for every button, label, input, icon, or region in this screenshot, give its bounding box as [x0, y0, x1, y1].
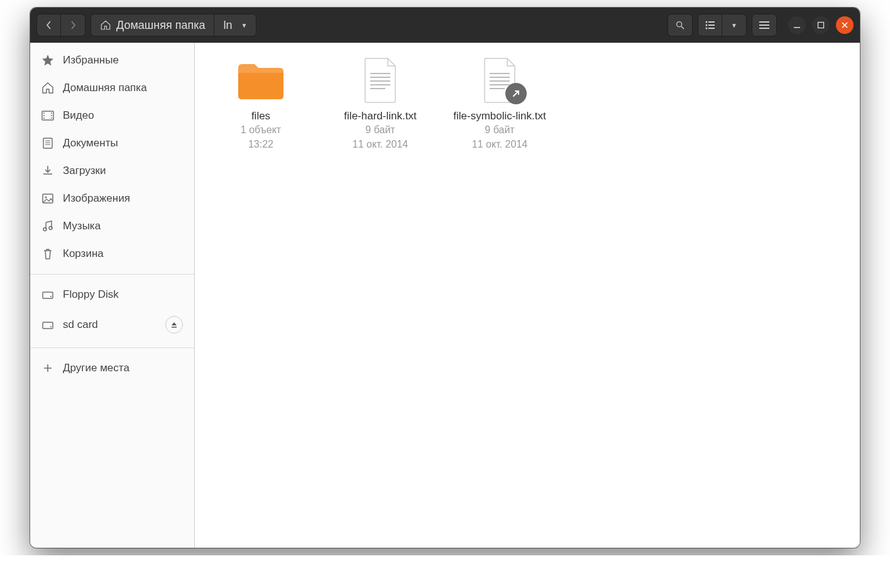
svg-rect-11	[794, 27, 800, 28]
menu-group	[752, 14, 777, 36]
file-name: file-hard-link.txt	[344, 109, 416, 122]
sidebar-item-label: Корзина	[63, 248, 104, 260]
sidebar: ИзбранныеДомашняя папкаВидеоДокументыЗаг…	[30, 43, 195, 548]
window-controls	[788, 16, 854, 34]
search-button[interactable]	[668, 14, 692, 36]
folder-icon	[233, 55, 289, 106]
search-group	[668, 14, 693, 36]
sidebar-item-sdcard[interactable]: sd card	[30, 308, 194, 341]
home-icon	[41, 82, 54, 94]
svg-rect-7	[708, 28, 715, 29]
svg-rect-10	[759, 28, 769, 29]
svg-rect-8	[759, 21, 769, 23]
sidebar-item-label: Видео	[63, 109, 94, 122]
file-meta: 11 окт. 2014	[472, 138, 527, 151]
file-item[interactable]: file-hard-link.txt9 байт11 окт. 2014	[333, 55, 427, 151]
sidebar-divider	[30, 274, 194, 275]
sidebar-item-other-places[interactable]: Другие места	[30, 354, 194, 382]
list-view-button[interactable]	[698, 14, 722, 36]
view-dropdown-button[interactable]: ▼	[722, 14, 746, 36]
svg-rect-9	[759, 24, 769, 26]
file-name: file-symbolic-link.txt	[453, 109, 546, 122]
music-icon	[41, 220, 54, 232]
svg-point-2	[705, 21, 707, 23]
minimize-button[interactable]	[788, 16, 806, 34]
home-icon	[100, 19, 111, 31]
sidebar-item-label: Floppy Disk	[63, 288, 119, 301]
text-file-icon	[352, 55, 409, 106]
eject-button[interactable]	[165, 316, 183, 334]
pathbar: Домашняя папка ln ▼	[91, 14, 256, 36]
path-home-label: Домашняя папка	[116, 19, 205, 32]
file-name: files	[251, 109, 270, 122]
sidebar-item-documents[interactable]: Документы	[30, 129, 194, 157]
sidebar-item-label: Изображения	[63, 192, 130, 205]
svg-point-4	[705, 24, 707, 26]
sidebar-item-videos[interactable]: Видео	[30, 102, 194, 129]
star-icon	[41, 54, 54, 67]
file-item[interactable]: files1 объект13:22	[214, 55, 308, 151]
file-meta: 13:22	[248, 138, 273, 151]
hamburger-menu-button[interactable]	[752, 14, 776, 36]
sidebar-item-label: Документы	[63, 137, 118, 150]
path-segment-current[interactable]: ln ▼	[214, 14, 256, 36]
symlink-badge-icon	[505, 83, 527, 104]
drive-icon	[41, 288, 54, 301]
file-meta: 1 объект	[241, 124, 281, 137]
download-icon	[41, 165, 54, 177]
file-content-area[interactable]: files1 объект13:22file-hard-link.txt9 ба…	[195, 43, 860, 548]
sidebar-item-label: sd card	[63, 318, 98, 331]
path-segment-home[interactable]: Домашняя папка	[91, 14, 214, 36]
svg-rect-3	[708, 21, 715, 23]
file-meta: 11 окт. 2014	[353, 138, 408, 151]
drive-icon	[41, 318, 54, 331]
sidebar-item-label: Избранные	[63, 54, 119, 67]
headerbar: Домашняя папка ln ▼ ▼	[30, 8, 860, 43]
video-icon	[41, 109, 54, 122]
svg-rect-12	[818, 23, 824, 28]
view-options-group: ▼	[698, 14, 747, 36]
svg-point-6	[705, 28, 707, 30]
maximize-button[interactable]	[812, 16, 830, 34]
window-body: ИзбранныеДомашняя папкаВидеоДокументыЗаг…	[30, 43, 860, 548]
file-meta: 9 байт	[365, 124, 395, 137]
path-current-label: ln	[223, 19, 232, 32]
picture-icon	[41, 192, 54, 205]
nav-buttons	[36, 14, 85, 36]
sidebar-item-trash[interactable]: Корзина	[30, 240, 194, 268]
file-manager-window: Домашняя папка ln ▼ ▼	[30, 8, 860, 548]
sidebar-item-pictures[interactable]: Изображения	[30, 185, 194, 212]
back-button[interactable]	[37, 14, 61, 36]
chevron-down-icon: ▼	[241, 22, 247, 29]
plus-icon	[41, 362, 54, 374]
sidebar-item-music[interactable]: Музыка	[30, 212, 194, 240]
sidebar-item-label: Домашняя папка	[63, 82, 147, 94]
sidebar-item-label: Музыка	[63, 220, 101, 232]
svg-line-1	[681, 26, 684, 29]
file-meta: 9 байт	[485, 124, 514, 137]
forward-button[interactable]	[61, 14, 85, 36]
sidebar-divider	[30, 347, 194, 348]
sidebar-item-label: Другие места	[63, 362, 129, 374]
close-button[interactable]	[836, 16, 854, 34]
text-file-icon	[471, 55, 528, 106]
trash-icon	[41, 248, 54, 260]
sidebar-item-starred[interactable]: Избранные	[30, 46, 194, 74]
file-item[interactable]: file-symbolic-link.txt9 байт11 окт. 2014	[453, 55, 547, 151]
sidebar-item-floppy[interactable]: Floppy Disk	[30, 281, 194, 308]
chevron-down-icon: ▼	[731, 22, 737, 29]
svg-point-0	[677, 22, 682, 27]
sidebar-item-home[interactable]: Домашняя папка	[30, 74, 194, 102]
svg-rect-5	[708, 24, 715, 26]
sidebar-item-label: Загрузки	[63, 165, 106, 177]
document-icon	[41, 137, 54, 150]
sidebar-item-downloads[interactable]: Загрузки	[30, 157, 194, 185]
